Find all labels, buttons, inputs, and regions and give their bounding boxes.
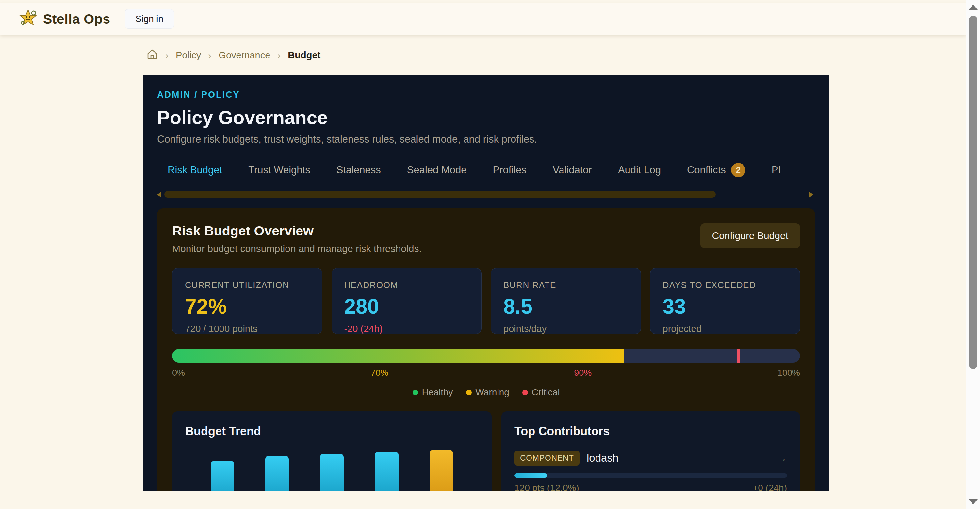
tab-conflicts[interactable]: Conflicts 2 [674,160,759,180]
tab-validator[interactable]: Validator [540,160,605,180]
stat-sub: projected [663,323,788,334]
home-icon[interactable] [146,48,158,62]
risk-budget-overview-card: Risk Budget Overview Monitor budget cons… [157,208,815,491]
brand-name: Stella Ops [43,11,110,27]
scrollbar-down-arrow-icon[interactable] [969,499,978,504]
contributor-bar [514,473,787,478]
tab-staleness[interactable]: Staleness [323,160,394,180]
legend-label: Warning [476,387,509,398]
star-mascot-icon [19,9,37,29]
page-background: Stella Ops Sign in › Policy › Governance… [0,0,966,509]
contributor-type-badge: COMPONENT [514,450,579,466]
stat-card-headroom: HEADROOM 280 -20 (24h) [332,268,482,334]
top-bar: Stella Ops Sign in [0,3,966,35]
stat-label: DAYS TO EXCEEDED [663,280,788,290]
tab-risk-budget[interactable]: Risk Budget [157,160,235,180]
stat-card-current-utilization: CURRENT UTILIZATION 72% 720 / 1000 point… [172,268,323,334]
configure-budget-button[interactable]: Configure Budget [700,223,800,248]
trend-bar [265,456,289,491]
trend-bar [375,452,399,491]
sign-in-button[interactable]: Sign in [125,9,175,29]
breadcrumb: › Policy › Governance › Budget [146,48,966,62]
vertical-scrollbar[interactable] [966,0,980,509]
legend-item-warning: Warning [466,387,509,398]
tabs-horizontal-scrollbar[interactable] [157,191,815,198]
breadcrumb-separator: › [277,50,281,61]
tab-label: Validator [553,164,592,176]
contributor-delta: +0 (24h) [752,483,787,491]
tab-audit-log[interactable]: Audit Log [605,160,674,180]
stat-card-burn-rate: BURN RATE 8.5 points/day [491,268,641,334]
breadcrumb-current: Budget [288,50,320,61]
stat-label: CURRENT UTILIZATION [185,280,310,290]
critical-dot-icon [522,390,528,395]
tab-sealed-mode[interactable]: Sealed Mode [394,160,480,180]
stat-card-days-to-exceeded: DAYS TO EXCEEDED 33 projected [650,268,800,334]
stat-value: 280 [344,296,469,317]
gauge-fill [172,349,624,363]
overview-title: Risk Budget Overview [172,223,422,239]
healthy-dot-icon [412,390,418,395]
tab-trust-weights[interactable]: Trust Weights [235,160,323,180]
contributor-fill [514,473,547,478]
breadcrumb-link-governance[interactable]: Governance [218,50,270,61]
budget-trend-card: Budget Trend 12/1 12/8 12/15 12/22 12/29 [172,411,492,491]
contributor-name[interactable]: lodash [587,452,618,464]
breadcrumb-separator: › [208,50,212,61]
stat-label: BURN RATE [503,280,628,290]
trend-bar [320,454,344,491]
scroll-left-arrow-icon[interactable] [157,192,161,198]
stat-cards: CURRENT UTILIZATION 72% 720 / 1000 point… [172,268,800,334]
brand[interactable]: Stella Ops [19,9,110,29]
horizontal-scrollbar-thumb[interactable] [164,191,716,198]
overview-subtitle: Monitor budget consumption and manage ri… [172,243,422,254]
contributor-item-lodash: COMPONENT lodash → 120 pts (12.0%) +0 (2… [514,450,787,491]
budget-trend-chart [185,450,479,491]
gauge-critical-marker [737,349,740,363]
tab-label: Sealed Mode [407,164,467,176]
stat-sub: 720 / 1000 points [185,323,310,334]
tab-clipped[interactable]: Pl [759,160,794,180]
tab-label: Risk Budget [167,164,222,176]
tab-label: Conflicts [687,164,726,176]
stat-value: 33 [663,296,788,317]
tab-label: Profiles [493,164,526,176]
stat-value: 8.5 [503,296,628,317]
trend-bar [430,450,453,491]
vertical-scrollbar-thumb[interactable] [969,16,977,369]
gauge-label: 70% [371,368,388,378]
arrow-right-icon[interactable]: → [776,452,787,464]
scrollbar-up-arrow-icon[interactable] [969,5,978,10]
gauge-label: 0% [172,368,185,378]
scroll-right-arrow-icon[interactable] [809,192,813,198]
warning-dot-icon [466,390,472,395]
section-eyebrow: ADMIN / POLICY [157,90,815,100]
stat-value: 72% [185,296,310,317]
stat-label: HEADROOM [344,280,469,290]
gauge-threshold-labels: 0% 70% 90% 100% [172,368,800,378]
tab-label: Pl [772,164,781,176]
conflicts-count-badge: 2 [731,163,745,177]
legend-item-critical: Critical [522,387,560,398]
tab-label: Audit Log [618,164,661,176]
tab-label: Trust Weights [248,164,310,176]
breadcrumb-separator: › [165,50,169,61]
gauge-label: 90% [574,368,592,378]
page-subtitle: Configure risk budgets, trust weights, s… [157,133,815,145]
tab-profiles[interactable]: Profiles [480,160,539,180]
breadcrumb-link-policy[interactable]: Policy [176,50,201,61]
top-contributors-title: Top Contributors [514,425,787,438]
stat-sub: points/day [503,323,628,334]
tabs-divider [157,201,815,201]
legend-item-healthy: Healthy [412,387,453,398]
top-contributors-card: Top Contributors COMPONENT lodash → 120 … [501,411,800,491]
budget-trend-title: Budget Trend [185,425,479,438]
trend-bar [211,461,234,491]
legend-label: Critical [532,387,560,398]
gauge-legend: Healthy Warning Critical [172,387,800,398]
contributor-points: 120 pts (12.0%) [514,483,579,491]
tab-bar: Risk Budget Trust Weights Staleness Seal… [157,160,815,180]
gauge-label: 100% [778,368,800,378]
policy-governance-panel: ADMIN / POLICY Policy Governance Configu… [143,75,829,491]
stat-sub: -20 (24h) [344,323,469,334]
